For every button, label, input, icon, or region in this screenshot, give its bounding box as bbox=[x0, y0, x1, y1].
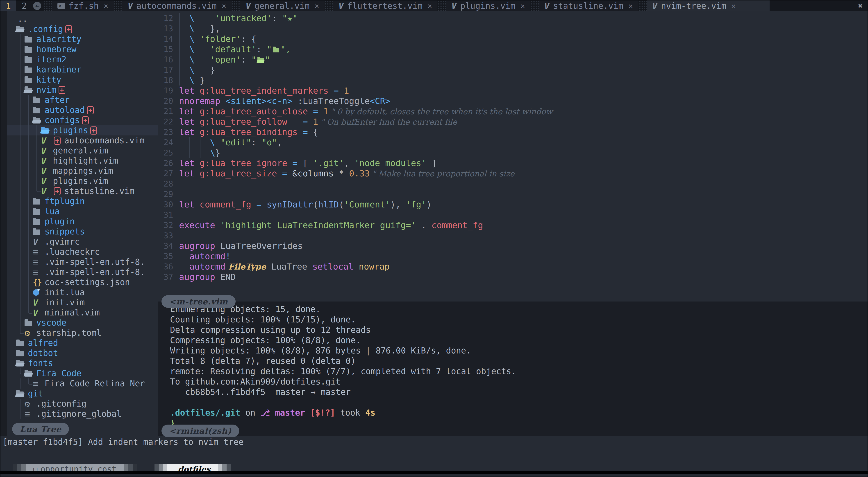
tree-item-label: fonts bbox=[28, 359, 53, 368]
tree-item-Fira-Code-Retina-Ner[interactable]: ≡Fira Code Retina Ner bbox=[7, 378, 158, 388]
tree-item-lua[interactable]: lua bbox=[7, 206, 158, 216]
line-number: 22 bbox=[158, 116, 179, 127]
tree-item-kitty[interactable]: kitty bbox=[7, 75, 158, 85]
tabline-close-button[interactable]: ✖ bbox=[853, 0, 868, 11]
tree-item-statusline.vim[interactable]: V+statusline.vim bbox=[7, 186, 158, 196]
tree-item-plugin[interactable]: plugin bbox=[7, 216, 158, 227]
vim-file-icon: V bbox=[41, 135, 52, 145]
indent-guide bbox=[16, 227, 25, 237]
tab-close-icon[interactable]: × bbox=[731, 1, 736, 10]
file-tree: ...config+alacrittyhomebrewiterm2karabin… bbox=[7, 14, 158, 419]
history-back-button[interactable]: ← bbox=[33, 0, 41, 11]
tree-item-plugins.vim[interactable]: Vplugins.vim bbox=[7, 176, 158, 186]
code-content: let comment_fg = synIDattr(hlID('Comment… bbox=[179, 199, 432, 210]
tree-item-.config[interactable]: .config+ bbox=[7, 24, 158, 34]
line-number: 18 bbox=[158, 75, 179, 86]
vim-icon: V bbox=[545, 1, 550, 11]
tree-item-coc-settings.json[interactable]: {}coc-settings.json bbox=[7, 277, 158, 287]
tree-item-label: .config bbox=[28, 24, 63, 34]
text-file-icon: ≡ bbox=[25, 409, 35, 419]
tab-close-icon[interactable]: × bbox=[314, 1, 319, 10]
tab-label: fluttertest.vim bbox=[347, 1, 423, 11]
tree-statusline-pill: Lua Tree bbox=[12, 423, 69, 435]
tree-item-after[interactable]: after bbox=[7, 95, 158, 105]
tree-item-starship.toml[interactable]: ⚙starship.toml bbox=[7, 328, 158, 338]
tree-item-alfred[interactable]: alfred bbox=[7, 338, 158, 348]
tab-close-icon[interactable]: × bbox=[103, 1, 108, 10]
tree-item-.vim-spell-en.utf-8.[interactable]: ≡.vim-spell-en.utf-8. bbox=[7, 257, 158, 267]
tree-item-init.vim[interactable]: Vinit.vim bbox=[7, 298, 158, 308]
folder-icon bbox=[33, 227, 43, 237]
tree-item-.gitignore-global[interactable]: ≡.gitignore_global bbox=[7, 409, 158, 419]
tree-item-label: alacritty bbox=[36, 34, 81, 44]
tree-item-.gitconfig[interactable]: ⚙.gitconfig bbox=[7, 399, 158, 409]
tree-item-general.vim[interactable]: Vgeneral.vim bbox=[7, 145, 158, 156]
tree-item-dotbot[interactable]: dotbot bbox=[7, 348, 158, 358]
tree-item-highlight.vim[interactable]: Vhighlight.vim bbox=[7, 156, 158, 166]
code-line-27: 27let g:lua_tree_size = &columns * 0.33 … bbox=[158, 168, 868, 179]
terminal-line: Writing objects: 100% (8/8), 876 bytes |… bbox=[170, 346, 868, 356]
tree-item-autocommands.vim[interactable]: V+autocommands.vim bbox=[7, 135, 158, 145]
tree-item-alacritty[interactable]: alacritty bbox=[7, 34, 158, 44]
tree-item-nvim[interactable]: nvim+ bbox=[7, 85, 158, 95]
tree-item-label: autocommands.vim bbox=[64, 136, 144, 145]
tab-close-icon[interactable]: × bbox=[628, 1, 633, 10]
tree-item-mappings.vim[interactable]: Vmappings.vim bbox=[7, 166, 158, 176]
editor-pane[interactable]: 12 \ 'untracked': "★"13 \ },14 \ 'folder… bbox=[158, 11, 868, 302]
code-content: autocmd! bbox=[179, 251, 230, 262]
indent-corner bbox=[16, 328, 25, 338]
tab-nvim-tree.vim[interactable]: Vnvim-tree.vim× bbox=[647, 0, 770, 11]
indent-guide bbox=[25, 257, 33, 267]
tab-number-1[interactable]: 1 bbox=[0, 0, 16, 11]
right-column: 12 \ 'untracked': "★"13 \ },14 \ 'folder… bbox=[158, 11, 868, 436]
tree-item-vscode[interactable]: vscode bbox=[7, 318, 158, 328]
git-new-badge: + bbox=[87, 106, 94, 114]
left-arrow-icon: ← bbox=[33, 2, 41, 10]
tree-item-homebrew[interactable]: homebrew bbox=[7, 44, 158, 55]
tree-item-git[interactable]: git bbox=[7, 388, 158, 399]
tree-item-configs[interactable]: configs+ bbox=[7, 115, 158, 125]
tab-plugins.vim[interactable]: Vplugins.vim× bbox=[446, 0, 530, 11]
tree-item-.gvimrc[interactable]: V.gvimrc bbox=[7, 237, 158, 247]
git-new-badge: + bbox=[90, 127, 97, 135]
tree-item-ftplugin[interactable]: ftplugin bbox=[7, 196, 158, 206]
folder-icon bbox=[25, 44, 35, 55]
terminal-line: Enumerating objects: 15, done. bbox=[170, 304, 868, 314]
tab-label: plugins.vim bbox=[460, 1, 515, 11]
tab-close-icon[interactable]: × bbox=[520, 1, 525, 10]
tab-fzf.sh[interactable]: >_fzf.sh× bbox=[52, 0, 114, 11]
tree-item-label: plugins bbox=[53, 126, 88, 135]
tree-item-init.lua[interactable]: init.lua bbox=[7, 287, 158, 298]
window-bottom-edge bbox=[0, 471, 868, 474]
indent-guide bbox=[16, 166, 25, 176]
tab-statusline.vim[interactable]: Vstatusline.vim× bbox=[539, 0, 638, 11]
tree-item-plugins[interactable]: plugins+ bbox=[7, 125, 158, 135]
tree-item-snippets[interactable]: snippets bbox=[7, 227, 158, 237]
tree-item-label: .vim-spell-en.utf-8. bbox=[44, 257, 145, 267]
tab-close-icon[interactable]: × bbox=[222, 1, 226, 10]
indent-guide bbox=[25, 196, 33, 206]
tree-item-fonts[interactable]: fonts bbox=[7, 358, 158, 368]
tab-fluttertest.vim[interactable]: Vfluttertest.vim× bbox=[333, 0, 438, 11]
tab-close-icon[interactable]: × bbox=[428, 1, 432, 10]
tab-autocommands.vim[interactable]: Vautocommands.vim× bbox=[122, 0, 232, 11]
code-content: \ 'open': "" bbox=[179, 55, 270, 65]
terminal-pane[interactable]: Enumerating objects: 15, done.Counting o… bbox=[158, 302, 868, 436]
tab-separator bbox=[324, 0, 333, 11]
code-line-28: 28 bbox=[158, 179, 868, 189]
tree-item-Fira-Code[interactable]: Fira Code bbox=[7, 368, 158, 378]
text-file-icon: ≡ bbox=[33, 247, 43, 257]
tab-general.vim[interactable]: Vgeneral.vim× bbox=[240, 0, 324, 11]
tree-item-..[interactable]: .. bbox=[7, 14, 158, 24]
indent-guide bbox=[33, 145, 41, 156]
tab-number-2[interactable]: 2 bbox=[16, 0, 32, 11]
tree-item-iterm2[interactable]: iterm2 bbox=[7, 55, 158, 65]
tree-item-autoload[interactable]: autoload+ bbox=[7, 105, 158, 115]
tree-item-.vim-spell-en.utf-8.[interactable]: ≡.vim-spell-en.utf-8. bbox=[7, 267, 158, 277]
line-number: 17 bbox=[158, 65, 179, 75]
bottom-area: [master f1bd4f5] Add indent markers to n… bbox=[0, 436, 868, 474]
tree-item-minimal.vim[interactable]: Vminimal.vim bbox=[7, 308, 158, 318]
tree-item-.luacheckrc[interactable]: ≡.luacheckrc bbox=[7, 247, 158, 257]
tree-item-karabiner[interactable]: karabiner bbox=[7, 65, 158, 75]
line-number: 21 bbox=[158, 106, 179, 116]
